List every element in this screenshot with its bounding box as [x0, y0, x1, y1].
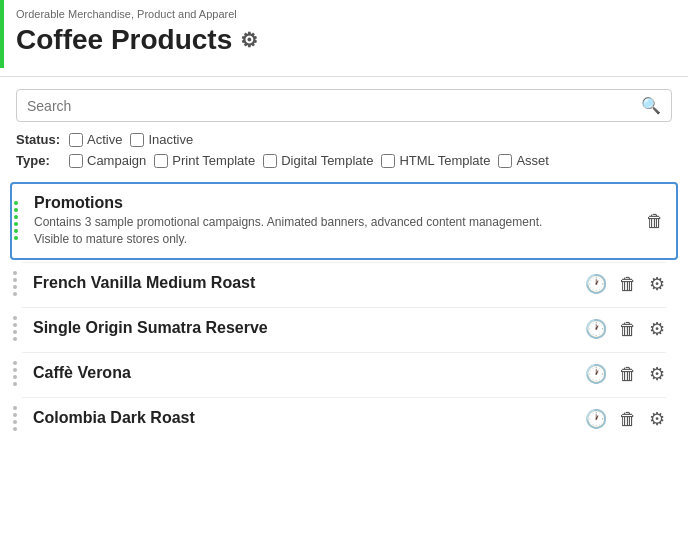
- dot: [13, 316, 17, 320]
- delete-icon[interactable]: [619, 365, 637, 383]
- list-item-name: Promotions: [34, 194, 646, 212]
- filter-row: Status: Active Inactive Type: Campaign P…: [0, 132, 688, 168]
- status-active-checkbox[interactable]: [69, 133, 83, 147]
- dot: [13, 271, 17, 275]
- status-filter-group: Status: Active Inactive: [16, 132, 672, 147]
- dot: [13, 420, 17, 424]
- settings-icon[interactable]: [649, 410, 665, 428]
- list-item-actions: [585, 275, 665, 293]
- type-asset-text: Asset: [516, 153, 549, 168]
- search-input[interactable]: [27, 98, 641, 114]
- dot-bar: [11, 264, 19, 304]
- type-html-label[interactable]: HTML Template: [381, 153, 490, 168]
- type-label: Type:: [16, 153, 61, 168]
- type-print-label[interactable]: Print Template: [154, 153, 255, 168]
- list-item-actions: [585, 320, 665, 338]
- dot: [13, 323, 17, 327]
- list-item-name: Caffè Verona: [33, 364, 585, 382]
- left-bar: [11, 399, 19, 439]
- type-campaign-label[interactable]: Campaign: [69, 153, 146, 168]
- dot: [13, 427, 17, 431]
- dot: [13, 368, 17, 372]
- list-item-name: French Vanilla Medium Roast: [33, 274, 585, 292]
- list-item[interactable]: Single Origin Sumatra Reserve: [10, 308, 678, 350]
- delete-icon[interactable]: [619, 410, 637, 428]
- left-bar: [11, 309, 19, 349]
- list-item-content: Promotions Contains 3 sample promotional…: [24, 194, 646, 248]
- left-bar: [11, 264, 19, 304]
- type-digital-checkbox[interactable]: [263, 154, 277, 168]
- dot: [13, 406, 17, 410]
- type-filter-group: Type: Campaign Print Template Digital Te…: [16, 153, 672, 168]
- list-item-content: French Vanilla Medium Roast: [23, 274, 585, 294]
- list-item-desc: Contains 3 sample promotional campaigns.…: [34, 214, 646, 248]
- settings-icon[interactable]: [649, 275, 665, 293]
- clock-icon[interactable]: [585, 410, 607, 428]
- list-item[interactable]: French Vanilla Medium Roast: [10, 263, 678, 305]
- settings-icon[interactable]: [649, 365, 665, 383]
- list-item-content: Caffè Verona: [23, 364, 585, 384]
- delete-icon[interactable]: [619, 320, 637, 338]
- type-print-checkbox[interactable]: [154, 154, 168, 168]
- dot: [13, 285, 17, 289]
- delete-icon[interactable]: [646, 212, 664, 230]
- list-area: Promotions Contains 3 sample promotional…: [0, 182, 688, 440]
- dot-bar: [11, 354, 19, 394]
- status-inactive-label[interactable]: Inactive: [130, 132, 193, 147]
- delete-icon[interactable]: [619, 275, 637, 293]
- list-item-actions: [646, 212, 664, 230]
- type-html-text: HTML Template: [399, 153, 490, 168]
- type-html-checkbox[interactable]: [381, 154, 395, 168]
- type-print-text: Print Template: [172, 153, 255, 168]
- left-bar: [12, 184, 20, 258]
- search-bar-row: 🔍: [0, 89, 688, 122]
- header-divider: [0, 76, 688, 77]
- page-title: Coffee Products ⚙: [16, 24, 672, 56]
- type-campaign-text: Campaign: [87, 153, 146, 168]
- list-item[interactable]: Promotions Contains 3 sample promotional…: [10, 182, 678, 260]
- dot: [14, 201, 18, 205]
- dot: [14, 236, 18, 240]
- status-inactive-text: Inactive: [148, 132, 193, 147]
- type-asset-label[interactable]: Asset: [498, 153, 549, 168]
- dot: [13, 330, 17, 334]
- type-asset-checkbox[interactable]: [498, 154, 512, 168]
- dot: [14, 222, 18, 226]
- type-digital-text: Digital Template: [281, 153, 373, 168]
- dot-bar: [11, 309, 19, 349]
- type-digital-label[interactable]: Digital Template: [263, 153, 373, 168]
- page-title-text: Coffee Products: [16, 24, 232, 56]
- dot-bar: [11, 399, 19, 439]
- dot: [14, 229, 18, 233]
- settings-icon[interactable]: [649, 320, 665, 338]
- dot: [13, 278, 17, 282]
- dot: [13, 375, 17, 379]
- left-bar: [11, 354, 19, 394]
- dot-bar: [12, 184, 20, 258]
- status-active-label[interactable]: Active: [69, 132, 122, 147]
- list-item-content: Single Origin Sumatra Reserve: [23, 319, 585, 339]
- status-inactive-checkbox[interactable]: [130, 133, 144, 147]
- search-bar[interactable]: 🔍: [16, 89, 672, 122]
- dot: [13, 337, 17, 341]
- breadcrumb: Orderable Merchandise, Product and Appar…: [16, 8, 672, 20]
- status-active-text: Active: [87, 132, 122, 147]
- list-item[interactable]: Caffè Verona: [10, 353, 678, 395]
- dot: [13, 382, 17, 386]
- search-icon[interactable]: 🔍: [641, 96, 661, 115]
- type-campaign-checkbox[interactable]: [69, 154, 83, 168]
- dot: [13, 361, 17, 365]
- page-settings-icon[interactable]: ⚙: [240, 28, 258, 52]
- clock-icon[interactable]: [585, 275, 607, 293]
- clock-icon[interactable]: [585, 365, 607, 383]
- list-item-actions: [585, 365, 665, 383]
- list-item-actions: [585, 410, 665, 428]
- list-item-content: Colombia Dark Roast: [23, 409, 585, 429]
- clock-icon[interactable]: [585, 320, 607, 338]
- list-item[interactable]: Colombia Dark Roast: [10, 398, 678, 440]
- list-item-name: Colombia Dark Roast: [33, 409, 585, 427]
- dot: [13, 292, 17, 296]
- dot: [13, 413, 17, 417]
- list-item-name: Single Origin Sumatra Reserve: [33, 319, 585, 337]
- status-label: Status:: [16, 132, 61, 147]
